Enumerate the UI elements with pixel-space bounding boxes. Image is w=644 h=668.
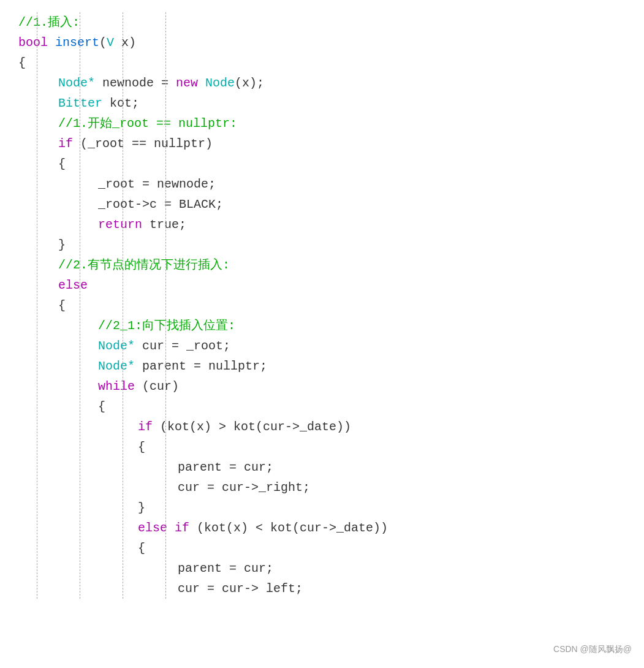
- token: kot;: [102, 96, 139, 110]
- token: [198, 76, 205, 90]
- token: bool: [18, 36, 48, 50]
- code-line: parent = cur;: [18, 558, 626, 579]
- token: true;: [142, 218, 186, 232]
- code-line: //2_1:向下找插入位置:: [18, 316, 626, 336]
- code-line: Node* parent = nullptr;: [18, 356, 626, 376]
- token: }: [58, 238, 66, 252]
- token: while: [98, 379, 135, 393]
- token: if: [138, 420, 153, 434]
- token: //1.开始_root == nullptr:: [58, 116, 237, 131]
- token: (kot(x) < kot(cur->_date)): [189, 521, 388, 535]
- code-lines: //1.插入:bool insert(V x){Node* newnode = …: [18, 12, 626, 599]
- code-line: return true;: [18, 214, 626, 235]
- code-line: {: [18, 397, 626, 417]
- code-line: {: [18, 154, 626, 174]
- token: //2_1:向下找插入位置:: [98, 319, 235, 333]
- token: Node: [205, 76, 235, 90]
- token: parent = cur;: [178, 561, 273, 575]
- token: [48, 36, 55, 50]
- token: if: [58, 137, 73, 151]
- token: (_root == nullptr): [73, 137, 213, 151]
- token: insert: [55, 36, 99, 50]
- code-line: }: [18, 498, 626, 518]
- code-line: if (_root == nullptr): [18, 134, 626, 154]
- code-line: {: [18, 295, 626, 316]
- token: return: [98, 218, 142, 232]
- code-line: Bitter kot;: [18, 93, 626, 113]
- token: (kot(x) > kot(cur->_date)): [153, 420, 351, 434]
- code-line: cur = cur-> left;: [18, 579, 626, 599]
- code-line: else: [18, 275, 626, 295]
- token: Node*: [58, 76, 95, 90]
- code-line: _root->c = BLACK;: [18, 194, 626, 214]
- code-line: if (kot(x) > kot(cur->_date)): [18, 417, 626, 437]
- code-line: //1.开始_root == nullptr:: [18, 113, 626, 134]
- token: Node*: [98, 339, 135, 353]
- indent-line-2: [80, 12, 80, 599]
- code-line: Node* cur = _root;: [18, 336, 626, 356]
- code-line: Node* newnode = new Node(x);: [18, 73, 626, 93]
- token: {: [138, 440, 145, 454]
- code-line: }: [18, 235, 626, 255]
- token: (: [99, 36, 107, 50]
- indent-line-4: [165, 12, 166, 599]
- code-line: bool insert(V x): [18, 32, 626, 53]
- token: {: [98, 400, 105, 414]
- token: //2.有节点的情况下进行插入:: [58, 258, 230, 272]
- code-line: //2.有节点的情况下进行插入:: [18, 255, 626, 275]
- token: new: [176, 76, 198, 90]
- code-line: {: [18, 437, 626, 457]
- token: _root->c = BLACK;: [98, 197, 223, 211]
- token: x): [114, 36, 136, 50]
- token: else if: [138, 521, 189, 535]
- code-line: {: [18, 538, 626, 558]
- token: else: [58, 278, 88, 292]
- code-line: else if (kot(x) < kot(cur->_date)): [18, 518, 626, 538]
- token: (x);: [235, 76, 264, 90]
- token: (cur): [135, 379, 179, 393]
- watermark: CSDN @随风飘扬@: [553, 642, 632, 656]
- token: {: [138, 541, 145, 555]
- token: newnode =: [95, 76, 176, 90]
- code-line: while (cur): [18, 376, 626, 397]
- token: {: [58, 298, 66, 313]
- token: _root = newnode;: [98, 177, 216, 191]
- code-line: _root = newnode;: [18, 174, 626, 194]
- token: }: [138, 501, 145, 515]
- code-line: {: [18, 53, 626, 73]
- token: {: [58, 157, 66, 171]
- token: Bitter: [58, 96, 102, 110]
- token: Node*: [98, 359, 135, 373]
- token: {: [18, 56, 26, 70]
- code-line: cur = cur->_right;: [18, 477, 626, 498]
- code-line: //1.插入:: [18, 12, 626, 32]
- token: cur = cur-> left;: [178, 582, 303, 596]
- token: parent = cur;: [178, 460, 273, 474]
- token: V: [107, 36, 114, 50]
- code-container: //1.插入:bool insert(V x){Node* newnode = …: [18, 12, 626, 599]
- indent-line-1: [37, 12, 37, 599]
- token: //1.插入:: [18, 15, 80, 29]
- code-line: parent = cur;: [18, 457, 626, 477]
- token: cur = _root;: [135, 339, 230, 353]
- indent-line-3: [123, 12, 123, 599]
- token: parent = nullptr;: [135, 359, 267, 373]
- token: cur = cur->_right;: [178, 480, 310, 495]
